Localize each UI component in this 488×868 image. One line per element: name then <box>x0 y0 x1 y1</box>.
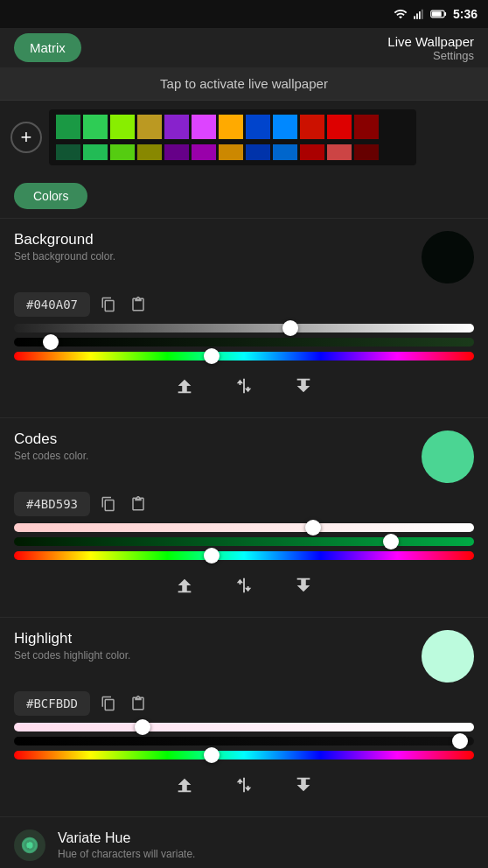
variate-hue-title: Variate Hue <box>58 830 195 846</box>
background-slider-2[interactable] <box>14 338 474 346</box>
codes-sliders <box>14 523 474 560</box>
codes-paste-btn[interactable] <box>127 493 150 515</box>
swatch-10[interactable] <box>300 115 324 139</box>
swatch-15[interactable] <box>110 144 135 160</box>
swatch-20[interactable] <box>246 144 270 160</box>
background-subtitle: Set background color. <box>14 250 115 262</box>
background-copy-btn[interactable] <box>97 293 120 316</box>
highlight-section-header: Highlight Set codes highlight color. <box>14 630 474 682</box>
highlight-sliders <box>14 723 474 760</box>
highlight-slider-hue[interactable] <box>14 751 474 760</box>
highlight-paste-btn[interactable] <box>127 692 150 715</box>
variate-hue-icon <box>14 830 45 861</box>
highlight-slider-2[interactable] <box>14 737 474 746</box>
swatch-23[interactable] <box>327 144 352 160</box>
swatch-3[interactable] <box>110 115 135 139</box>
background-hex: #040A07 <box>14 292 90 317</box>
codes-hex-row: #4BD593 <box>14 492 474 516</box>
swatch-12[interactable] <box>354 115 379 139</box>
background-section-header: Background Set background color. <box>14 231 474 284</box>
swatch-4[interactable] <box>137 115 162 139</box>
codes-arrow-up[interactable] <box>168 572 201 603</box>
swatch-13[interactable] <box>56 144 80 160</box>
swatch-18[interactable] <box>192 144 216 160</box>
background-arrow-up[interactable] <box>168 373 201 403</box>
swatch-14[interactable] <box>83 144 108 160</box>
highlight-slider-1[interactable] <box>14 723 474 732</box>
background-arrow-updown[interactable] <box>227 373 261 403</box>
codes-arrows <box>14 565 474 608</box>
colors-button-row: Colors <box>0 174 488 218</box>
background-slider-hue[interactable] <box>14 352 474 360</box>
background-slider-1[interactable] <box>14 324 474 332</box>
highlight-section-info: Highlight Set codes highlight color. <box>14 630 130 662</box>
colors-button[interactable]: Colors <box>14 183 87 209</box>
background-preview[interactable] <box>422 231 474 284</box>
codes-slider-1-thumb[interactable] <box>305 520 321 536</box>
swatch-19[interactable] <box>219 144 243 160</box>
codes-arrow-updown[interactable] <box>227 572 261 603</box>
highlight-hex: #BCFBDD <box>14 691 90 716</box>
highlight-slider-2-thumb[interactable] <box>452 733 468 749</box>
codes-arrow-down[interactable] <box>287 572 320 603</box>
swatch-8[interactable] <box>246 115 270 139</box>
swatch-11[interactable] <box>327 115 352 139</box>
svg-rect-7 <box>422 10 423 19</box>
background-paste-btn[interactable] <box>127 293 150 316</box>
background-slider-2-thumb[interactable] <box>43 334 59 350</box>
swatch-16[interactable] <box>137 144 162 160</box>
app-button[interactable]: Matrix <box>14 33 81 62</box>
swatch-21[interactable] <box>273 144 297 160</box>
background-section-info: Background Set background color. <box>14 231 115 262</box>
svg-rect-4 <box>414 16 415 19</box>
battery-icon <box>430 8 448 20</box>
svg-rect-9 <box>444 12 446 16</box>
swatch-6[interactable] <box>192 115 216 139</box>
codes-section: Codes Set codes color. #4BD593 <box>0 417 488 617</box>
swatch-9[interactable] <box>273 115 297 139</box>
variate-hue-row[interactable]: Variate Hue Hue of characters will varia… <box>0 816 488 868</box>
background-sliders <box>14 324 474 360</box>
swatch-7[interactable] <box>219 115 243 139</box>
swatch-17[interactable] <box>164 144 189 160</box>
variate-hue-subtitle: Hue of characters will variate. <box>58 848 195 860</box>
swatch-22[interactable] <box>300 144 324 160</box>
highlight-copy-btn[interactable] <box>97 692 120 715</box>
variate-hue-info: Variate Hue Hue of characters will varia… <box>58 830 195 860</box>
palette-row: + <box>0 101 488 174</box>
codes-copy-btn[interactable] <box>97 493 120 515</box>
codes-slider-2-thumb[interactable] <box>383 534 399 550</box>
tap-bar-text: Tap to activate live wallpaper <box>160 76 328 91</box>
header-subtitle: Settings <box>387 49 474 62</box>
tap-bar[interactable]: Tap to activate live wallpaper <box>0 67 488 101</box>
highlight-slider-1-thumb[interactable] <box>135 719 150 735</box>
codes-preview[interactable] <box>422 430 474 483</box>
codes-section-info: Codes Set codes color. <box>14 430 88 462</box>
background-arrows <box>14 366 474 409</box>
wifi-icon <box>394 7 408 21</box>
codes-slider-hue-thumb[interactable] <box>204 548 220 564</box>
background-slider-1-thumb[interactable] <box>282 320 298 336</box>
codes-slider-2[interactable] <box>14 537 474 546</box>
status-time: 5:36 <box>453 7 478 21</box>
highlight-section: Highlight Set codes highlight color. #BC… <box>0 617 488 816</box>
swatch-5[interactable] <box>164 115 189 139</box>
highlight-slider-hue-thumb[interactable] <box>204 747 220 763</box>
swatch-2[interactable] <box>83 115 108 139</box>
highlight-title: Highlight <box>14 630 130 648</box>
add-palette-button[interactable]: + <box>10 122 42 153</box>
codes-slider-hue[interactable] <box>14 551 474 560</box>
svg-rect-5 <box>416 13 418 18</box>
background-arrow-down[interactable] <box>287 373 320 403</box>
highlight-arrow-down[interactable] <box>287 772 320 802</box>
swatch-24[interactable] <box>354 144 379 160</box>
status-bar: 5:36 <box>0 0 488 28</box>
highlight-subtitle: Set codes highlight color. <box>14 649 130 662</box>
highlight-arrow-up[interactable] <box>168 772 201 802</box>
codes-slider-1[interactable] <box>14 523 474 532</box>
highlight-preview[interactable] <box>422 630 474 682</box>
highlight-arrow-updown[interactable] <box>227 772 261 802</box>
swatch-1[interactable] <box>56 115 80 139</box>
codes-hex: #4BD593 <box>14 492 90 516</box>
background-slider-hue-thumb[interactable] <box>204 348 220 364</box>
